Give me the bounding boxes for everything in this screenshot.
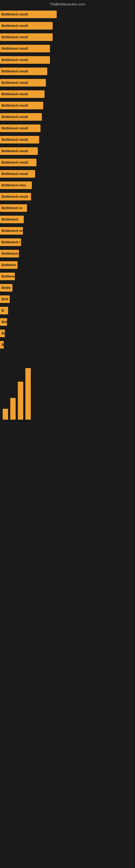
bar-label-3: Bottleneck result	[2, 35, 28, 39]
bar-row-15: Bottleneck result	[0, 169, 135, 178]
bar-20: Bottleneck res	[0, 227, 23, 235]
bar-label-13: Bottleneck result	[2, 149, 28, 153]
bar-label-26: Bott	[2, 297, 8, 301]
bar-label-2: Bottleneck result	[2, 24, 28, 28]
bar-3: Bottleneck result	[0, 33, 53, 41]
bar-4: Bottleneck result	[0, 45, 50, 52]
bar-row-1: Bottleneck result	[0, 10, 135, 19]
bar-label-28: Bot	[2, 320, 7, 324]
vertical-bars-section	[0, 365, 135, 420]
bar-label-29: Bottlen	[2, 332, 5, 335]
bar-row-24: Bottleneck re	[0, 272, 135, 281]
bar-label-9: Bottleneck result	[2, 104, 28, 107]
bar-row-22: Bottleneck resu	[0, 249, 135, 258]
filler-space	[0, 420, 135, 528]
bar-7: Bottleneck result	[0, 79, 46, 87]
bar-row-14: Bottleneck result	[0, 158, 135, 167]
bar-6: Bottleneck result	[0, 67, 47, 75]
bar-label-11: Bottleneck result	[2, 126, 28, 130]
bar-row-25: Bottle	[0, 283, 135, 292]
bar-28: Bot	[0, 318, 7, 326]
bar-label-17: Bottleneck result	[2, 195, 28, 198]
bar-18: Bottleneck re	[0, 204, 27, 212]
bar-row-19: Bottleneck	[0, 215, 135, 224]
bar-22: Bottleneck resu	[0, 250, 19, 257]
bar-row-21: Bottleneck r	[0, 238, 135, 247]
bar-23: Bottlenec	[0, 261, 17, 269]
bar-row-4: Bottleneck result	[0, 44, 135, 53]
bar-14: Bottleneck result	[0, 159, 37, 166]
bar-15: Bottleneck result	[0, 170, 35, 178]
bar-2: Bottleneck result	[0, 22, 53, 30]
bar-row-7: Bottleneck result	[0, 79, 135, 87]
bar-row-8: Bottleneck result	[0, 90, 135, 98]
bar-label-10: Bottleneck result	[2, 115, 28, 119]
bar-row-26: Bott	[0, 295, 135, 304]
bar-13: Bottleneck result	[0, 147, 38, 155]
vertical-bar-1	[3, 409, 8, 420]
bar-21: Bottleneck r	[0, 239, 21, 246]
bar-30: B	[0, 341, 4, 348]
bar-5: Bottleneck result	[0, 56, 50, 64]
bar-label-14: Bottleneck result	[2, 161, 28, 164]
bar-17: Bottleneck result	[0, 193, 31, 200]
bar-row-10: Bottleneck result	[0, 113, 135, 121]
bar-1: Bottleneck result	[0, 10, 57, 18]
bar-row-5: Bottleneck result	[0, 56, 135, 64]
site-header: TheBottlenecker.com	[0, 0, 135, 7]
bar-row-17: Bottleneck result	[0, 192, 135, 201]
bar-row-13: Bottleneck result	[0, 147, 135, 155]
bar-row-16: Bottleneck resu	[0, 181, 135, 190]
bar-9: Bottleneck result	[0, 102, 43, 109]
bar-row-29: Bottlen	[0, 329, 135, 338]
bar-label-20: Bottleneck res	[2, 229, 23, 233]
bar-label-8: Bottleneck result	[2, 92, 28, 96]
bar-label-27: B	[2, 309, 4, 312]
vertical-bar-4	[26, 368, 31, 420]
bar-12: Bottleneck result	[0, 136, 39, 144]
bar-label-4: Bottleneck result	[2, 46, 28, 51]
bar-label-30: B	[2, 343, 4, 347]
bar-row-28: Bot	[0, 318, 135, 326]
bar-row-30: B	[0, 340, 135, 349]
bar-label-25: Bottle	[2, 286, 11, 290]
bar-label-23: Bottlenec	[2, 263, 16, 267]
bar-row-9: Bottleneck result	[0, 101, 135, 110]
bar-24: Bottleneck re	[0, 273, 15, 280]
bar-27: B	[0, 307, 8, 314]
bar-19: Bottleneck	[0, 216, 24, 223]
bar-label-1: Bottleneck result	[2, 12, 28, 16]
bar-8: Bottleneck result	[0, 90, 45, 98]
bar-label-5: Bottleneck result	[2, 58, 28, 62]
bar-10: Bottleneck result	[0, 113, 42, 121]
bar-label-16: Bottleneck resu	[2, 183, 26, 187]
bar-label-18: Bottleneck re	[2, 206, 22, 210]
bars-container: Bottleneck resultBottleneck resultBottle…	[0, 7, 135, 349]
bar-row-18: Bottleneck re	[0, 204, 135, 212]
bar-16: Bottleneck resu	[0, 182, 32, 189]
bar-label-12: Bottleneck result	[2, 138, 28, 142]
bar-11: Bottleneck result	[0, 124, 41, 132]
bar-label-7: Bottleneck result	[2, 81, 28, 85]
vertical-bar-2	[10, 398, 16, 420]
site-title: TheBottlenecker.com	[50, 2, 85, 6]
bar-row-20: Bottleneck res	[0, 226, 135, 235]
bar-row-27: B	[0, 306, 135, 315]
bar-label-21: Bottleneck r	[2, 240, 20, 244]
bar-row-11: Bottleneck result	[0, 124, 135, 133]
bar-label-19: Bottleneck	[2, 218, 18, 221]
bar-row-6: Bottleneck result	[0, 67, 135, 76]
bar-row-2: Bottleneck result	[0, 22, 135, 30]
bar-25: Bottle	[0, 284, 12, 291]
bar-label-24: Bottleneck re	[2, 275, 15, 278]
bar-row-12: Bottleneck result	[0, 135, 135, 144]
vertical-bar-3	[18, 382, 23, 420]
bar-row-23: Bottlenec	[0, 261, 135, 269]
bar-26: Bott	[0, 296, 10, 303]
bar-29: Bottlen	[0, 330, 5, 337]
bar-label-6: Bottleneck result	[2, 69, 28, 73]
bar-row-3: Bottleneck result	[0, 33, 135, 41]
bar-label-15: Bottleneck result	[2, 172, 28, 176]
bar-label-22: Bottleneck resu	[2, 252, 19, 255]
